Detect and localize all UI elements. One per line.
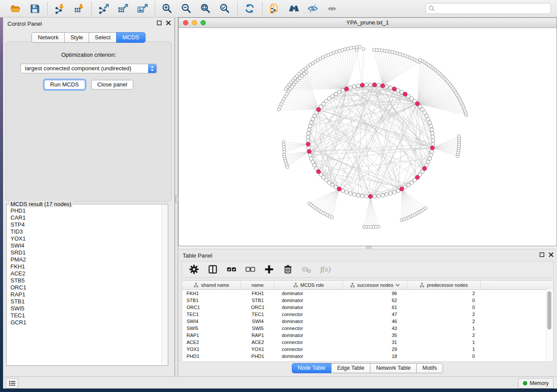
mcds-result-item[interactable]: PHD1 bbox=[10, 207, 161, 214]
tab-network-table[interactable]: Network Table bbox=[370, 363, 417, 373]
tab-node-table[interactable]: Node Table bbox=[292, 363, 332, 373]
graph-mcds-node[interactable] bbox=[337, 187, 341, 191]
graph-node[interactable] bbox=[431, 142, 434, 146]
table-cell[interactable]: 1 bbox=[407, 340, 481, 345]
graph-leaf-node[interactable] bbox=[372, 48, 375, 52]
column-header-predecessor-nodes[interactable]: predecessor nodes bbox=[407, 281, 481, 289]
graph-leaf-node[interactable] bbox=[362, 48, 365, 51]
graph-mcds-node[interactable] bbox=[415, 102, 419, 106]
graph-node[interactable] bbox=[356, 84, 360, 87]
graph-node[interactable] bbox=[311, 117, 315, 121]
graph-node[interactable] bbox=[385, 193, 388, 196]
tab-motifs[interactable]: Motifs bbox=[416, 363, 443, 373]
export-network-button[interactable] bbox=[97, 3, 111, 15]
table-cell[interactable]: 46 bbox=[343, 319, 407, 324]
show-panels-menu-button[interactable] bbox=[6, 378, 18, 389]
unselect-all-columns-button[interactable] bbox=[245, 264, 256, 275]
graph-node[interactable] bbox=[377, 194, 380, 198]
mcds-result-item[interactable]: TID3 bbox=[10, 228, 161, 235]
table-cell[interactable]: dominator bbox=[274, 319, 343, 324]
delete-table-button[interactable] bbox=[301, 264, 312, 275]
graph-node[interactable] bbox=[393, 190, 396, 194]
table-cell[interactable]: ACE2 bbox=[182, 340, 241, 345]
tab-select[interactable]: Select bbox=[89, 32, 117, 43]
tab-mcds[interactable]: MCDS bbox=[116, 32, 145, 43]
table-cell[interactable]: 0 bbox=[407, 305, 481, 310]
graph-node[interactable] bbox=[311, 160, 315, 164]
graph-mcds-node[interactable] bbox=[422, 166, 426, 170]
table-settings-button[interactable] bbox=[189, 264, 199, 275]
create-column-button[interactable] bbox=[264, 264, 274, 275]
table-cell[interactable]: ORC1 bbox=[182, 305, 241, 310]
graph-leaf-node[interactable] bbox=[355, 48, 358, 51]
graph-leaf-node[interactable] bbox=[377, 225, 380, 228]
table-cell[interactable]: 43 bbox=[343, 326, 407, 331]
select-all-columns-button[interactable] bbox=[226, 264, 237, 275]
table-cell[interactable]: 18 bbox=[343, 354, 407, 359]
table-row[interactable]: YOX1YOX1connector291 bbox=[182, 346, 553, 353]
mcds-result-item[interactable]: FKH1 bbox=[10, 263, 161, 270]
table-cell[interactable]: connector bbox=[274, 347, 343, 352]
graph-leaf-node[interactable] bbox=[424, 206, 427, 210]
float-window-icon[interactable] bbox=[540, 252, 544, 257]
table-cell[interactable]: 0 bbox=[407, 298, 481, 303]
table-cell[interactable]: 96 bbox=[343, 291, 407, 296]
mcds-result-item[interactable]: STP4 bbox=[10, 221, 161, 228]
zoom-fit-button[interactable] bbox=[199, 3, 212, 15]
export-table-button[interactable] bbox=[117, 3, 130, 15]
graph-node[interactable] bbox=[400, 90, 403, 94]
table-cell[interactable]: 1 bbox=[407, 347, 481, 352]
close-panel-icon[interactable] bbox=[549, 252, 554, 257]
table-cell[interactable]: RAP1 bbox=[182, 333, 241, 338]
run-mcds-button[interactable]: Run MCDS bbox=[44, 80, 85, 89]
float-window-icon[interactable] bbox=[157, 21, 162, 25]
table-cell[interactable]: FKH1 bbox=[182, 291, 241, 296]
table-cell[interactable]: 2 bbox=[407, 333, 481, 338]
graph-mcds-node[interactable] bbox=[392, 87, 396, 91]
graph-node[interactable] bbox=[410, 97, 413, 100]
table-cell[interactable]: PHD1 bbox=[241, 354, 274, 359]
show-columns-button[interactable] bbox=[208, 264, 218, 275]
apply-layout-button[interactable] bbox=[243, 3, 256, 15]
vertical-splitter[interactable] bbox=[175, 17, 178, 376]
table-cell[interactable]: RAP1 bbox=[241, 333, 274, 338]
graph-leaf-node[interactable] bbox=[457, 135, 460, 138]
graph-node[interactable] bbox=[377, 83, 380, 87]
column-header-MCDS-role[interactable]: MCDS role bbox=[274, 281, 343, 289]
table-cell[interactable]: connector bbox=[274, 312, 343, 317]
table-cell[interactable]: 2 bbox=[407, 319, 481, 324]
graph-node[interactable] bbox=[389, 192, 392, 195]
table-row[interactable]: SWI4SWI4dominator462 bbox=[182, 318, 553, 325]
graph-mcds-node[interactable] bbox=[403, 92, 407, 96]
result-list-scrollbar[interactable] bbox=[161, 205, 167, 365]
graph-node[interactable] bbox=[331, 94, 334, 98]
find-button[interactable] bbox=[287, 3, 301, 15]
search-input[interactable] bbox=[426, 3, 551, 14]
graph-node[interactable] bbox=[430, 150, 433, 153]
graph-node[interactable] bbox=[334, 185, 337, 189]
table-scrollbar[interactable] bbox=[546, 289, 553, 361]
table-cell[interactable]: ORC1 bbox=[241, 305, 274, 310]
graph-leaf-node[interactable] bbox=[330, 216, 333, 219]
graph-mcds-node[interactable] bbox=[430, 146, 434, 150]
scrollbar-thumb[interactable] bbox=[547, 291, 551, 330]
table-cell[interactable]: SWI5 bbox=[182, 326, 241, 331]
criterion-select[interactable]: largest connected component (undirected) bbox=[21, 64, 157, 73]
graph-node[interactable] bbox=[308, 124, 312, 128]
show-all-button[interactable] bbox=[326, 3, 339, 15]
column-header-shared-name[interactable]: shared name bbox=[182, 281, 241, 289]
table-cell[interactable]: STB1 bbox=[241, 298, 274, 303]
table-row[interactable]: ORC1ORC1dominator610 bbox=[182, 304, 553, 311]
graph-node[interactable] bbox=[309, 157, 313, 160]
table-cell[interactable]: dominator bbox=[274, 354, 343, 359]
hide-selected-button[interactable] bbox=[307, 3, 320, 15]
graph-mcds-node[interactable] bbox=[360, 83, 364, 87]
graph-mcds-node[interactable] bbox=[306, 142, 310, 146]
table-cell[interactable]: SWI4 bbox=[182, 319, 241, 324]
mcds-result-item[interactable]: SWI4 bbox=[10, 242, 161, 249]
table-cell[interactable]: SWI5 bbox=[241, 326, 274, 331]
mcds-result-item[interactable]: PMA2 bbox=[10, 256, 161, 263]
mcds-result-item[interactable]: ORC1 bbox=[10, 284, 161, 291]
table-row[interactable]: STB1STB1dominator620 bbox=[182, 297, 553, 304]
graph-node[interactable] bbox=[428, 157, 431, 160]
